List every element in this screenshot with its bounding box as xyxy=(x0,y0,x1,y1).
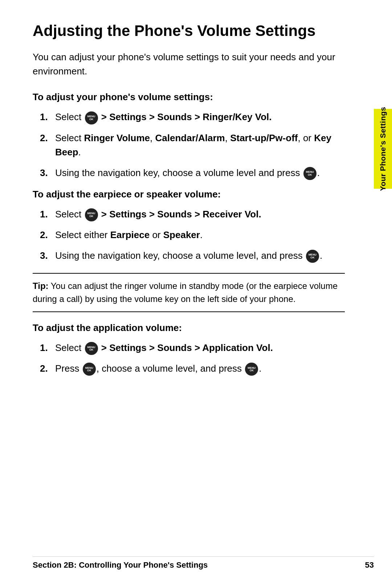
step-number: 2. xyxy=(40,131,51,145)
menu-icon-1: MENUOK xyxy=(85,111,98,124)
step-content: Using the navigation key, choose a volum… xyxy=(55,166,345,180)
step-1-1: 1. Select MENUOK > Settings > Sounds > R… xyxy=(40,110,345,124)
tip-box: Tip: You can adjust the ringer volume in… xyxy=(33,273,345,312)
menu-icon-6: MENUOK xyxy=(83,363,96,376)
menu-icon-3: MENUOK xyxy=(85,208,98,221)
step-number: 1. xyxy=(40,207,51,221)
section2-header: To adjust the earpiece or speaker volume… xyxy=(33,189,345,200)
section1-header: To adjust your phone's volume settings: xyxy=(33,91,345,103)
step-content: Select MENUOK > Settings > Sounds > Ring… xyxy=(55,110,345,124)
step-1-2: 2. Select Ringer Volume, Calendar/Alarm,… xyxy=(40,131,345,159)
step-2-3: 3. Using the navigation key, choose a vo… xyxy=(40,249,345,263)
page-content: Adjusting the Phone's Volume Settings Yo… xyxy=(0,0,374,588)
section2-steps: 1. Select MENUOK > Settings > Sounds > R… xyxy=(40,207,345,263)
footer-page: 53 xyxy=(365,560,374,570)
step-3-2: 2. Press MENUOK, choose a volume level, … xyxy=(40,362,345,376)
menu-icon-4: MENUOK xyxy=(306,250,319,263)
step-number: 1. xyxy=(40,110,51,124)
side-tab: Your Phone's Settings xyxy=(374,109,392,189)
menu-icon-2: MENUOK xyxy=(303,167,317,180)
side-tab-text: Your Phone's Settings xyxy=(379,107,387,191)
step-2-1: 1. Select MENUOK > Settings > Sounds > R… xyxy=(40,207,345,221)
step-1-3: 3. Using the navigation key, choose a vo… xyxy=(40,166,345,180)
section1-steps: 1. Select MENUOK > Settings > Sounds > R… xyxy=(40,110,345,180)
step-content: Select either Earpiece or Speaker. xyxy=(55,228,345,242)
section3-steps: 1. Select MENUOK > Settings > Sounds > A… xyxy=(40,341,345,376)
intro-text: You can adjust your phone's volume setti… xyxy=(33,50,345,78)
step-number: 3. xyxy=(40,249,51,263)
step-number: 2. xyxy=(40,362,51,376)
step-content: Select MENUOK > Settings > Sounds > Rece… xyxy=(55,207,345,221)
step-number: 1. xyxy=(40,341,51,355)
step-2-2: 2. Select either Earpiece or Speaker. xyxy=(40,228,345,242)
step-content: Using the navigation key, choose a volum… xyxy=(55,249,345,263)
menu-icon-5: MENUOK xyxy=(85,342,98,355)
section3-header: To adjust the application volume: xyxy=(33,322,345,334)
step-number: 2. xyxy=(40,228,51,242)
page-title: Adjusting the Phone's Volume Settings xyxy=(33,22,345,40)
step-3-1: 1. Select MENUOK > Settings > Sounds > A… xyxy=(40,341,345,355)
menu-icon-7: MENUOK xyxy=(245,363,258,376)
step-number: 3. xyxy=(40,166,51,180)
step-content: Select Ringer Volume, Calendar/Alarm, St… xyxy=(55,131,345,159)
footer-bar: Section 2B: Controlling Your Phone's Set… xyxy=(33,556,374,570)
tip-text: You can adjust the ringer volume in stan… xyxy=(33,281,338,304)
step-content: Press MENUOK, choose a volume level, and… xyxy=(55,362,345,376)
step-content: Select MENUOK > Settings > Sounds > Appl… xyxy=(55,341,345,355)
tip-label: Tip: xyxy=(33,281,49,291)
footer-left: Section 2B: Controlling Your Phone's Set… xyxy=(33,560,208,570)
